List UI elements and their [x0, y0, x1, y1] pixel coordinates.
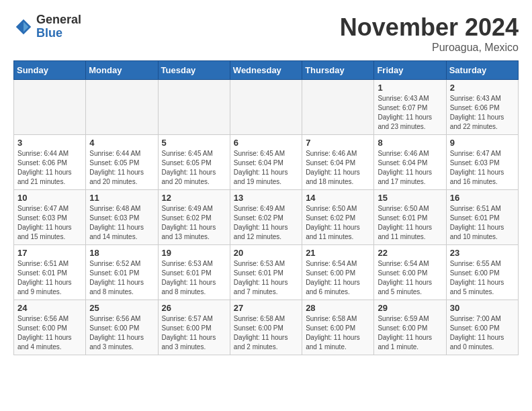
day-detail: Sunrise: 6:50 AMSunset: 6:02 PMDaylight:… [306, 204, 370, 242]
day-detail: Sunrise: 6:46 AMSunset: 6:04 PMDaylight:… [378, 149, 442, 187]
day-cell: 22Sunrise: 6:54 AMSunset: 6:00 PMDayligh… [374, 245, 446, 300]
day-cell: 12Sunrise: 6:49 AMSunset: 6:02 PMDayligh… [158, 190, 230, 245]
day-cell: 21Sunrise: 6:54 AMSunset: 6:00 PMDayligh… [302, 245, 374, 300]
day-number: 4 [89, 138, 154, 148]
day-number: 17 [17, 248, 82, 258]
day-cell: 5Sunrise: 6:45 AMSunset: 6:05 PMDaylight… [158, 135, 230, 190]
day-number: 30 [450, 303, 515, 313]
day-cell: 26Sunrise: 6:57 AMSunset: 6:00 PMDayligh… [158, 300, 230, 355]
day-detail: Sunrise: 6:57 AMSunset: 6:00 PMDaylight:… [162, 314, 226, 352]
day-detail: Sunrise: 6:53 AMSunset: 6:01 PMDaylight:… [234, 259, 298, 297]
day-detail: Sunrise: 6:45 AMSunset: 6:05 PMDaylight:… [162, 149, 226, 187]
day-cell: 9Sunrise: 6:47 AMSunset: 6:03 PMDaylight… [446, 135, 518, 190]
day-number: 22 [378, 248, 442, 258]
day-cell: 14Sunrise: 6:50 AMSunset: 6:02 PMDayligh… [302, 190, 374, 245]
logo: General Blue [13, 13, 81, 40]
day-detail: Sunrise: 6:43 AMSunset: 6:07 PMDaylight:… [378, 94, 442, 132]
day-number: 6 [234, 138, 298, 148]
day-detail: Sunrise: 6:58 AMSunset: 6:00 PMDaylight:… [306, 314, 370, 352]
day-number: 26 [162, 303, 226, 313]
day-detail: Sunrise: 6:56 AMSunset: 6:00 PMDaylight:… [89, 314, 154, 352]
day-number: 18 [89, 248, 154, 258]
header-wednesday: Wednesday [230, 61, 302, 80]
day-number: 15 [378, 193, 442, 203]
day-cell: 17Sunrise: 6:51 AMSunset: 6:01 PMDayligh… [14, 245, 86, 300]
day-cell: 24Sunrise: 6:56 AMSunset: 6:00 PMDayligh… [14, 300, 86, 355]
day-cell: 13Sunrise: 6:49 AMSunset: 6:02 PMDayligh… [230, 190, 302, 245]
day-cell: 10Sunrise: 6:47 AMSunset: 6:03 PMDayligh… [14, 190, 86, 245]
day-cell [14, 80, 86, 135]
day-detail: Sunrise: 6:50 AMSunset: 6:01 PMDaylight:… [378, 204, 442, 242]
day-number: 20 [234, 248, 298, 258]
week-row-3: 10Sunrise: 6:47 AMSunset: 6:03 PMDayligh… [14, 190, 519, 245]
day-detail: Sunrise: 7:00 AMSunset: 6:00 PMDaylight:… [450, 314, 515, 352]
logo-blue: Blue [36, 27, 81, 40]
day-detail: Sunrise: 6:46 AMSunset: 6:04 PMDaylight:… [306, 149, 370, 187]
day-detail: Sunrise: 6:44 AMSunset: 6:06 PMDaylight:… [17, 149, 82, 187]
day-number: 13 [234, 193, 298, 203]
day-cell: 15Sunrise: 6:50 AMSunset: 6:01 PMDayligh… [374, 190, 446, 245]
header-sunday: Sunday [14, 61, 86, 80]
day-cell [230, 80, 302, 135]
day-cell: 16Sunrise: 6:51 AMSunset: 6:01 PMDayligh… [446, 190, 518, 245]
day-detail: Sunrise: 6:54 AMSunset: 6:00 PMDaylight:… [306, 259, 370, 297]
day-cell: 20Sunrise: 6:53 AMSunset: 6:01 PMDayligh… [230, 245, 302, 300]
day-detail: Sunrise: 6:47 AMSunset: 6:03 PMDaylight:… [450, 149, 515, 187]
day-number: 1 [378, 83, 442, 93]
day-number: 12 [162, 193, 226, 203]
day-detail: Sunrise: 6:45 AMSunset: 6:04 PMDaylight:… [234, 149, 298, 187]
day-cell: 30Sunrise: 7:00 AMSunset: 6:00 PMDayligh… [446, 300, 518, 355]
day-number: 7 [306, 138, 370, 148]
week-row-5: 24Sunrise: 6:56 AMSunset: 6:00 PMDayligh… [14, 300, 519, 355]
day-detail: Sunrise: 6:48 AMSunset: 6:03 PMDaylight:… [89, 204, 154, 242]
day-detail: Sunrise: 6:49 AMSunset: 6:02 PMDaylight:… [234, 204, 298, 242]
header-saturday: Saturday [446, 61, 518, 80]
logo-general: General [36, 13, 81, 27]
day-number: 5 [162, 138, 226, 148]
day-cell [86, 80, 158, 135]
day-number: 28 [306, 303, 370, 313]
day-cell: 18Sunrise: 6:52 AMSunset: 6:01 PMDayligh… [86, 245, 158, 300]
day-number: 2 [450, 83, 515, 93]
day-number: 23 [450, 248, 515, 258]
day-cell: 1Sunrise: 6:43 AMSunset: 6:07 PMDaylight… [374, 80, 446, 135]
day-number: 25 [89, 303, 154, 313]
day-number: 16 [450, 193, 515, 203]
day-cell: 23Sunrise: 6:55 AMSunset: 6:00 PMDayligh… [446, 245, 518, 300]
day-detail: Sunrise: 6:55 AMSunset: 6:00 PMDaylight:… [450, 259, 515, 297]
day-number: 9 [450, 138, 515, 148]
logo-text: General Blue [36, 13, 81, 40]
day-detail: Sunrise: 6:58 AMSunset: 6:00 PMDaylight:… [234, 314, 298, 352]
day-detail: Sunrise: 6:54 AMSunset: 6:00 PMDaylight:… [378, 259, 442, 297]
day-number: 3 [17, 138, 82, 148]
location: Puroagua, Mexico [340, 42, 519, 54]
day-number: 8 [378, 138, 442, 148]
day-cell: 19Sunrise: 6:53 AMSunset: 6:01 PMDayligh… [158, 245, 230, 300]
day-detail: Sunrise: 6:59 AMSunset: 6:00 PMDaylight:… [378, 314, 442, 352]
day-detail: Sunrise: 6:56 AMSunset: 6:00 PMDaylight:… [17, 314, 82, 352]
header-row: SundayMondayTuesdayWednesdayThursdayFrid… [14, 61, 519, 80]
day-number: 19 [162, 248, 226, 258]
header-monday: Monday [86, 61, 158, 80]
day-cell: 3Sunrise: 6:44 AMSunset: 6:06 PMDaylight… [14, 135, 86, 190]
day-detail: Sunrise: 6:47 AMSunset: 6:03 PMDaylight:… [17, 204, 82, 242]
day-cell: 4Sunrise: 6:44 AMSunset: 6:05 PMDaylight… [86, 135, 158, 190]
calendar-table: SundayMondayTuesdayWednesdayThursdayFrid… [13, 60, 519, 355]
day-detail: Sunrise: 6:51 AMSunset: 6:01 PMDaylight:… [450, 204, 515, 242]
day-cell: 28Sunrise: 6:58 AMSunset: 6:00 PMDayligh… [302, 300, 374, 355]
day-detail: Sunrise: 6:53 AMSunset: 6:01 PMDaylight:… [162, 259, 226, 297]
day-detail: Sunrise: 6:49 AMSunset: 6:02 PMDaylight:… [162, 204, 226, 242]
day-detail: Sunrise: 6:52 AMSunset: 6:01 PMDaylight:… [89, 259, 154, 297]
day-cell [302, 80, 374, 135]
day-cell [158, 80, 230, 135]
day-number: 24 [17, 303, 82, 313]
day-detail: Sunrise: 6:44 AMSunset: 6:05 PMDaylight:… [89, 149, 154, 187]
day-cell: 7Sunrise: 6:46 AMSunset: 6:04 PMDaylight… [302, 135, 374, 190]
page-header: General Blue November 2024 Puroagua, Mex… [13, 13, 519, 54]
day-cell: 2Sunrise: 6:43 AMSunset: 6:06 PMDaylight… [446, 80, 518, 135]
day-cell: 8Sunrise: 6:46 AMSunset: 6:04 PMDaylight… [374, 135, 446, 190]
title-block: November 2024 Puroagua, Mexico [340, 13, 519, 54]
day-number: 27 [234, 303, 298, 313]
day-number: 29 [378, 303, 442, 313]
day-number: 11 [89, 193, 154, 203]
